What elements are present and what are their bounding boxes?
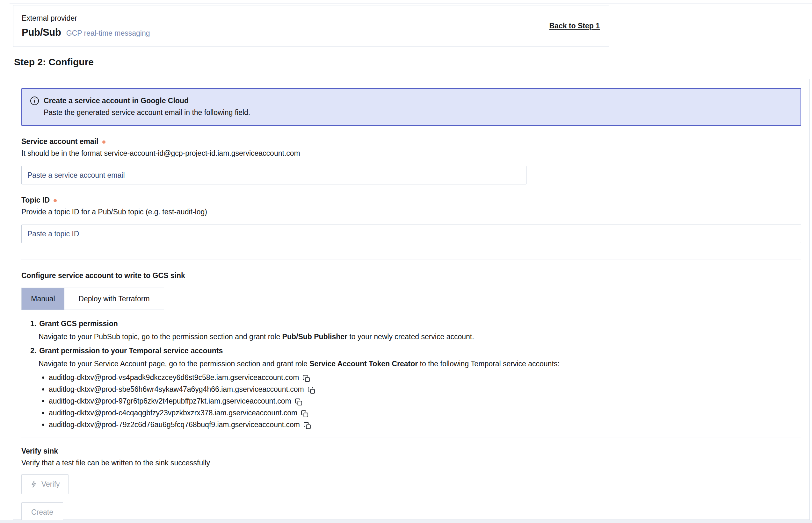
required-dot [102, 141, 105, 144]
tab-manual[interactable]: Manual [22, 288, 64, 310]
info-banner-title: Create a service account in Google Cloud [44, 96, 189, 105]
copy-icon[interactable] [301, 410, 309, 418]
list-item: auditlog-dktxv@prod-sbe56h6wr4sykaw47a6y… [49, 383, 801, 395]
manual-instructions: 1. Grant GCS permission Navigate to your… [21, 320, 801, 431]
gcs-sink-section-title: Configure service account to write to GC… [21, 271, 801, 280]
provider-summary-card: External provider Pub/Sub GCP real-time … [13, 5, 609, 47]
service-account-email-input[interactable] [21, 166, 527, 184]
step-2-title: Grant permission to your Temporal servic… [39, 346, 223, 355]
step-2-body: Navigate to your Service Account page, g… [38, 359, 801, 368]
sink-config-tabs: Manual Deploy with Terraform [21, 288, 164, 310]
copy-icon[interactable] [307, 386, 316, 394]
back-to-step-1-link[interactable]: Back to Step 1 [549, 22, 600, 30]
zap-icon [30, 480, 38, 488]
service-account-email-label: Service account email [21, 137, 99, 146]
step-1-body: Navigate to your PubSub topic, go to the… [38, 332, 801, 341]
service-account-email: auditlog-dktxv@prod-79z2c6d76au6g5fcq768… [49, 419, 300, 431]
verify-sink-helper: Verify that a test file can be written t… [21, 459, 801, 467]
section-divider [21, 259, 801, 260]
service-account-email-helper: It should be in the format service-accou… [21, 149, 801, 158]
topic-id-input[interactable] [21, 224, 801, 243]
step-2-text-after: to the following Temporal service accoun… [418, 360, 559, 368]
service-account-email: auditlog-dktxv@prod-vs4padk9dkczcey6d6st… [49, 372, 299, 383]
info-banner-body: Paste the generated service account emai… [44, 108, 792, 117]
verify-button[interactable]: Verify [21, 474, 69, 494]
section-divider [21, 438, 801, 438]
temporal-service-accounts-list: auditlog-dktxv@prod-vs4padk9dkczcey6d6st… [38, 372, 801, 431]
step-number: 2. [30, 346, 36, 355]
step-2-role: Service Account Token Creator [310, 360, 418, 368]
service-account-email: auditlog-dktxv@prod-sbe56h6wr4sykaw47a6y… [49, 383, 304, 395]
configure-card: i Create a service account in Google Clo… [13, 79, 810, 520]
step-1-title: Grant GCS permission [39, 320, 118, 328]
copy-icon[interactable] [295, 398, 303, 406]
copy-icon[interactable] [303, 422, 311, 430]
copy-icon[interactable] [302, 375, 311, 382]
info-banner: i Create a service account in Google Clo… [21, 88, 801, 126]
verify-sink-title: Verify sink [21, 447, 801, 455]
provider-name: Pub/Sub [22, 27, 61, 38]
required-dot [54, 199, 57, 202]
provider-description: GCP real-time messaging [66, 29, 150, 38]
service-account-email: auditlog-dktxv@prod-97gr6tp6zkv2t4epubff… [49, 395, 291, 407]
verify-button-label: Verify [41, 480, 60, 489]
info-icon: i [30, 96, 39, 105]
provider-label: External provider [22, 14, 150, 23]
step-number: 1. [30, 320, 36, 328]
list-item: auditlog-dktxv@prod-vs4padk9dkczcey6d6st… [49, 372, 801, 383]
list-item: auditlog-dktxv@prod-79z2c6d76au6g5fcq768… [49, 419, 801, 431]
list-item: auditlog-dktxv@prod-97gr6tp6zkv2t4epubff… [49, 395, 801, 407]
step-1-role: Pub/Sub Publisher [282, 332, 347, 341]
create-button-label: Create [31, 508, 53, 517]
top-divider [10, 3, 812, 3]
list-item: auditlog-dktxv@prod-c4cqaqgbfzy23vpzkbxz… [49, 407, 801, 419]
step-2-text: Navigate to your Service Account page, g… [38, 360, 310, 368]
topic-id-helper: Provide a topic ID for a Pub/Sub topic (… [21, 208, 801, 216]
step-1-text-after: to your newly created service account. [347, 332, 474, 341]
step-1-text: Navigate to your PubSub topic, go to the… [38, 332, 282, 341]
topic-id-label: Topic ID [21, 196, 50, 204]
service-account-email: auditlog-dktxv@prod-c4cqaqgbfzy23vpzkbxz… [49, 407, 297, 419]
page-bottom-strip [0, 520, 812, 523]
tab-deploy-with-terraform[interactable]: Deploy with Terraform [64, 288, 164, 310]
provider-info: External provider Pub/Sub GCP real-time … [22, 14, 150, 38]
create-button[interactable]: Create [21, 502, 63, 522]
page-title: Step 2: Configure [14, 57, 94, 68]
